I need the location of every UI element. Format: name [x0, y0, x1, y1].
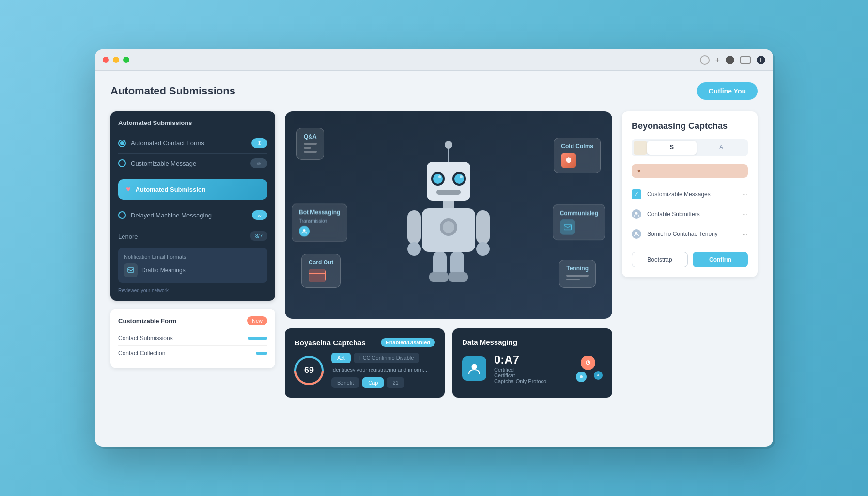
user-avatar-1	[632, 209, 641, 219]
captcha-tabs: S A	[632, 139, 748, 156]
dot-green[interactable]	[123, 57, 129, 63]
form-row-1: Contact Collection	[118, 346, 267, 360]
svg-rect-24	[564, 224, 571, 230]
toggle-contact-forms[interactable]: ⊕	[251, 138, 267, 148]
dots-menu-0[interactable]: ···	[742, 190, 748, 198]
bar-1	[256, 352, 267, 355]
radio-inner	[120, 141, 124, 145]
refresh-icon[interactable]	[700, 55, 710, 65]
browser-dots	[103, 57, 129, 63]
notification-label: Notification Email Formats	[124, 254, 262, 260]
profile-icon[interactable]: i	[757, 56, 765, 64]
envelope-icon	[560, 219, 575, 235]
user-icon	[299, 226, 310, 236]
footnote: Reviewed your network	[118, 288, 267, 293]
svg-point-14	[443, 221, 454, 233]
notification-sub-card: Notification Email Formats Draftio Meani…	[118, 248, 267, 283]
bottom-captchas-title: Boyaseina Captchas Enabled/Disabled	[294, 338, 435, 347]
user-avatar-2	[632, 229, 641, 239]
fcc-tab[interactable]: FCC Confirmio Disable	[354, 353, 419, 363]
toggle-delay[interactable]: ∞	[252, 210, 267, 220]
features-card-header: Automated Submissions	[118, 119, 267, 126]
score-arc	[294, 371, 324, 385]
cta-button[interactable]: Outline You	[697, 82, 758, 100]
dm-stat: 0:A7	[494, 353, 568, 367]
bootstrap-button[interactable]: Bootstrap	[632, 252, 688, 267]
floating-card-tenning: Tenning	[559, 260, 596, 288]
svg-point-28	[472, 364, 477, 370]
captcha-description: Act FCC Confirmio Disable Identitiesy yo…	[331, 353, 435, 388]
browser-controls: + i	[700, 55, 765, 65]
form-header-row: Customizable Form New	[118, 316, 267, 325]
captcha-tab-row: Act FCC Confirmio Disable	[331, 353, 435, 363]
data-messaging-card: Data Messaging 0:A7 Certified Certificat…	[452, 328, 612, 398]
dots-menu-1[interactable]: ···	[742, 210, 748, 218]
menu-icon[interactable]	[726, 56, 734, 64]
svg-point-26	[636, 212, 638, 215]
dm-sublabel-2: Captcha-Only Protocol	[494, 378, 568, 384]
enabled-badge: Enabled/Disabled	[381, 338, 435, 347]
left-column: Automated Submissions Automated Contact …	[110, 111, 275, 398]
cap-tab[interactable]: Cap	[362, 377, 384, 388]
fc-line-3	[304, 151, 317, 153]
captcha-tab-a[interactable]: A	[697, 141, 746, 155]
dots-menu-2[interactable]: ···	[742, 230, 748, 238]
fc-cold-title: Cold Colms	[561, 143, 593, 150]
right-feature-item-1: Contable Submitters ···	[632, 204, 748, 224]
fc-line-2	[304, 147, 311, 149]
captcha-tab-s[interactable]: S	[647, 141, 697, 155]
cluster-icon-2	[576, 372, 587, 382]
svg-rect-10	[436, 190, 461, 195]
dot-yellow[interactable]	[113, 57, 119, 63]
benefit-tab[interactable]: Benefit	[331, 377, 359, 388]
feature-label-customizable-msg: Customizable Message	[118, 159, 196, 167]
right-feat-text-2: Somichio Contchao Tenony	[647, 231, 736, 237]
form-row-label-0: Contact Submissions	[118, 335, 173, 341]
radio-contact-forms[interactable]	[118, 140, 126, 147]
delay-text: Delayed Machine Messaging	[131, 212, 212, 219]
browser-titlebar: + i	[95, 49, 773, 71]
fc-comm-title: Communialeg	[560, 210, 598, 217]
badge-label: 8/7	[250, 231, 267, 241]
svg-point-9	[460, 175, 463, 178]
page-header: Automated Submissions Outline You	[110, 82, 758, 100]
cluster-icon-1	[581, 356, 595, 370]
tab-icon-placeholder	[634, 141, 647, 155]
svg-point-5	[433, 174, 443, 184]
toggle-customizable-msg[interactable]: ☺	[250, 158, 267, 168]
feature-label-delay: Delayed Machine Messaging	[118, 211, 212, 219]
dark-feature-list: Draftio Meanings	[124, 264, 262, 277]
confirm-button[interactable]: Confirm	[693, 252, 748, 267]
contact-forms-text: Automated Contact Forms	[131, 140, 204, 147]
window-icon[interactable]	[740, 56, 751, 64]
add-tab-icon[interactable]: +	[715, 56, 720, 64]
main-grid: Automated Submissions Automated Contact …	[110, 111, 758, 398]
fc-cold-content	[561, 153, 593, 168]
svg-point-16	[407, 242, 421, 256]
radio-delay[interactable]	[118, 211, 126, 219]
dot-red[interactable]	[103, 57, 109, 63]
bottom-captchas-title-text: Boyaseina Captchas	[294, 339, 366, 347]
heart-icon: ♥	[126, 185, 131, 194]
salmon-bar: ♥	[632, 164, 748, 178]
radio-customizable-msg[interactable]	[118, 159, 126, 167]
dm-avatar	[462, 356, 486, 381]
robot-container: Q&A Cold Colms	[296, 123, 601, 307]
act-tab[interactable]: Act	[331, 353, 351, 363]
dm-sublabel-1: Certificat	[494, 372, 568, 378]
dm-sublabel-0: Certified	[494, 367, 568, 372]
svg-point-27	[636, 232, 638, 234]
fc-bot-title: Bot Messaging	[299, 209, 340, 216]
right-feature-item-2: Somichio Contchao Tenony ···	[632, 224, 748, 244]
svg-rect-22	[449, 272, 468, 282]
floating-card-card-out: Card Out	[301, 254, 341, 288]
svg-rect-11	[443, 201, 454, 208]
score-circle: 69	[294, 356, 324, 385]
center-panel: Q&A Cold Colms	[285, 111, 612, 319]
21-tab[interactable]: 21	[387, 377, 404, 388]
right-feature-item-0: ✓ Customizable Messages ···	[632, 185, 748, 204]
page-content: Automated Submissions Outline You Automa…	[95, 71, 773, 413]
bottom-center: Boyaseina Captchas Enabled/Disabled 69 A…	[285, 328, 612, 398]
center-column: Q&A Cold Colms	[285, 111, 612, 319]
highlight-feature-row: ♥ Automated Submission	[118, 179, 267, 200]
